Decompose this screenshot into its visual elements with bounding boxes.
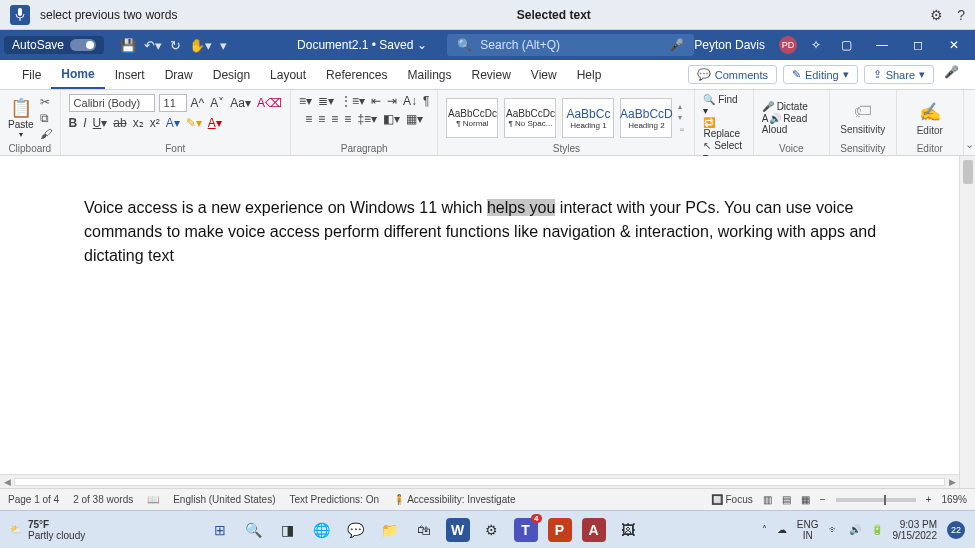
comments-button[interactable]: 💬 Comments [688, 65, 777, 84]
font-color-button[interactable]: A▾ [208, 116, 222, 130]
maximize-button[interactable]: ◻ [907, 38, 929, 52]
tab-help[interactable]: Help [567, 60, 612, 89]
volume-icon[interactable]: 🔊 [849, 524, 861, 535]
style-heading1[interactable]: AaBbCcHeading 1 [562, 98, 614, 138]
highlight-button[interactable]: ✎▾ [186, 116, 202, 130]
format-painter-icon[interactable]: 🖌 [40, 127, 52, 141]
microphone-icon[interactable] [10, 5, 30, 25]
style-nospacing[interactable]: AaBbCcDc¶ No Spac... [504, 98, 556, 138]
save-icon[interactable]: 💾 [120, 38, 136, 53]
scroll-track[interactable] [14, 478, 945, 486]
styles-scroll[interactable]: ▴▾＝ [678, 102, 686, 135]
settings-taskbar-icon[interactable]: ⚙ [480, 518, 504, 542]
undo-icon[interactable]: ↶▾ [144, 38, 162, 53]
close-button[interactable]: ✕ [943, 38, 965, 52]
tray-overflow-icon[interactable]: ˄ [762, 524, 767, 535]
focus-mode[interactable]: 🔲 Focus [711, 494, 753, 505]
search-box[interactable]: 🔍 Search (Alt+Q) 🎤 [447, 34, 694, 56]
editing-mode-button[interactable]: ✎ Editing ▾ [783, 65, 858, 84]
find-button[interactable]: 🔍 Find ▾ [703, 94, 744, 116]
view-web-icon[interactable]: ▦ [801, 494, 810, 505]
tab-draw[interactable]: Draw [155, 60, 203, 89]
underline-button[interactable]: U▾ [93, 116, 108, 130]
shading-icon[interactable]: ◧▾ [383, 112, 400, 126]
sort-icon[interactable]: A↓ [403, 94, 417, 108]
document-area[interactable]: Voice access is a new experience on Wind… [0, 156, 975, 488]
justify-icon[interactable]: ≡ [344, 112, 351, 126]
horizontal-scrollbar[interactable]: ◀ ▶ [0, 474, 959, 488]
status-accessibility[interactable]: 🧍 Accessibility: Investigate [393, 494, 516, 505]
onedrive-icon[interactable]: ☁ [777, 524, 787, 535]
touch-mode-icon[interactable]: ✋▾ [189, 38, 212, 53]
status-words[interactable]: 2 of 38 words [73, 494, 133, 505]
document-name[interactable]: Document2.1 • Saved ⌄ [297, 38, 427, 52]
align-center-icon[interactable]: ≡ [318, 112, 325, 126]
autosave-switch[interactable] [70, 39, 96, 51]
tab-references[interactable]: References [316, 60, 397, 89]
tab-home[interactable]: Home [51, 60, 104, 89]
collapse-ribbon-icon[interactable]: ⌄ [964, 90, 975, 155]
scrollbar-thumb[interactable] [963, 160, 973, 184]
status-spell-icon[interactable]: 📖 [147, 494, 159, 505]
wifi-icon[interactable]: ᯤ [829, 524, 839, 535]
align-left-icon[interactable]: ≡ [305, 112, 312, 126]
share-button[interactable]: ⇪ Share ▾ [864, 65, 934, 84]
scroll-right-icon[interactable]: ▶ [945, 477, 959, 487]
minimize-button[interactable]: — [871, 38, 893, 52]
zoom-slider[interactable] [836, 498, 916, 502]
chat-icon[interactable]: 💬 [344, 518, 368, 542]
tab-view[interactable]: View [521, 60, 567, 89]
view-read-icon[interactable]: ▥ [763, 494, 772, 505]
status-language[interactable]: English (United States) [173, 494, 275, 505]
help-icon[interactable]: ? [957, 7, 965, 23]
style-heading2[interactable]: AaBbCcDHeading 2 [620, 98, 672, 138]
italic-button[interactable]: I [83, 116, 86, 130]
zoom-out-icon[interactable]: − [820, 494, 826, 505]
copy-icon[interactable]: ⧉ [40, 111, 52, 125]
dictate-button[interactable]: 🎤 Dictate [762, 101, 821, 112]
replace-button[interactable]: 🔁 Replace [703, 117, 744, 139]
multilevel-icon[interactable]: ⋮≡▾ [340, 94, 365, 108]
show-marks-icon[interactable]: ¶ [423, 94, 429, 108]
strike-button[interactable]: ab [113, 116, 126, 130]
access-icon[interactable]: A [582, 518, 606, 542]
edge-icon[interactable]: 🌐 [310, 518, 334, 542]
decrease-indent-icon[interactable]: ⇤ [371, 94, 381, 108]
photos-icon[interactable]: 🖼 [616, 518, 640, 542]
autosave-toggle[interactable]: AutoSave [4, 36, 104, 54]
weather-widget[interactable]: ⛅ 75°F Partly cloudy [10, 519, 85, 541]
powerpoint-icon[interactable]: P [548, 518, 572, 542]
coming-soon-icon[interactable]: ✧ [811, 38, 821, 52]
document-body[interactable]: Voice access is a new experience on Wind… [84, 196, 891, 268]
notification-icon[interactable]: 22 [947, 521, 965, 539]
tab-review[interactable]: Review [462, 60, 521, 89]
read-aloud-button[interactable]: A🔊 Read Aloud [762, 113, 821, 135]
decrease-font-icon[interactable]: A˅ [210, 96, 224, 110]
scroll-left-icon[interactable]: ◀ [0, 477, 14, 487]
search-taskbar-icon[interactable]: 🔍 [242, 518, 266, 542]
user-name[interactable]: Peyton Davis [694, 38, 765, 52]
clock[interactable]: 9:03 PM 9/15/2022 [893, 519, 938, 541]
editor-button[interactable]: ✍Editor [905, 101, 955, 136]
paste-button[interactable]: 📋 Paste ▾ [8, 97, 34, 139]
zoom-in-icon[interactable]: + [926, 494, 932, 505]
battery-icon[interactable]: 🔋 [871, 524, 883, 535]
status-page[interactable]: Page 1 of 4 [8, 494, 59, 505]
sensitivity-button[interactable]: 🏷Sensitivity [838, 101, 888, 135]
borders-icon[interactable]: ▦▾ [406, 112, 423, 126]
redo-icon[interactable]: ↻ [170, 38, 181, 53]
bold-button[interactable]: B [69, 116, 78, 130]
mic-ribbon-icon[interactable]: 🎤 [940, 65, 963, 84]
taskview-icon[interactable]: ◨ [276, 518, 300, 542]
explorer-icon[interactable]: 📁 [378, 518, 402, 542]
tab-mailings[interactable]: Mailings [397, 60, 461, 89]
customize-qat-icon[interactable]: ▾ [220, 38, 227, 53]
start-icon[interactable]: ⊞ [208, 518, 232, 542]
style-normal[interactable]: AaBbCcDc¶ Normal [446, 98, 498, 138]
increase-indent-icon[interactable]: ⇥ [387, 94, 397, 108]
clear-format-icon[interactable]: A⌫ [257, 96, 282, 110]
ribbon-display-icon[interactable]: ▢ [835, 38, 857, 52]
numbering-icon[interactable]: ≣▾ [318, 94, 334, 108]
view-print-icon[interactable]: ▤ [782, 494, 791, 505]
superscript-button[interactable]: x² [150, 116, 160, 130]
